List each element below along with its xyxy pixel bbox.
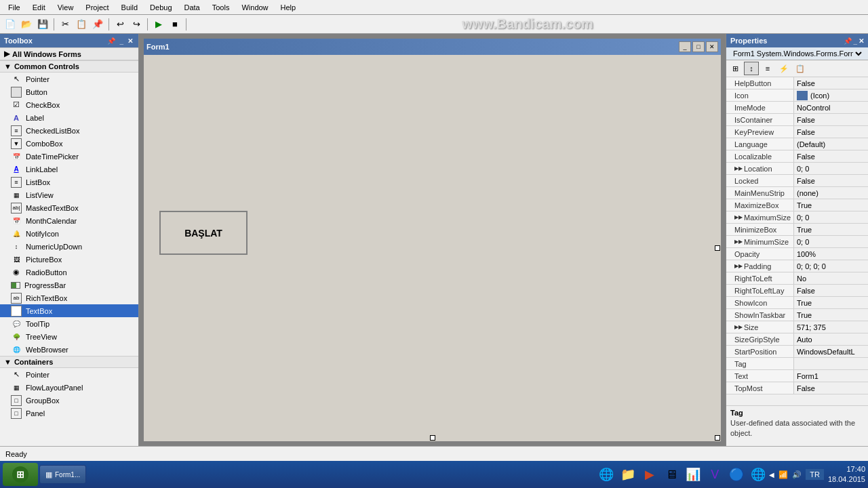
props-row[interactable]: KeyPreviewFalse	[726, 126, 868, 138]
taskbar-vs2-icon[interactable]: V	[705, 465, 724, 484]
form-maximize-btn[interactable]: □	[692, 41, 705, 52]
props-row[interactable]: RightToLeftLayFalse	[726, 285, 868, 297]
toolbox-item-numericupdown[interactable]: ↕ NumericUpDown	[0, 240, 138, 253]
menu-window[interactable]: Window	[236, 2, 273, 13]
toolbar-cut[interactable]: ✂	[58, 17, 73, 32]
props-row[interactable]: ▶ MaximumSize0; 0	[726, 211, 868, 224]
toolbar-save[interactable]: 💾	[35, 17, 50, 32]
toolbox-section-containers[interactable]: ▼ Containers	[0, 356, 138, 368]
menu-help[interactable]: Help	[275, 2, 302, 13]
props-row[interactable]: ▶ MinimumSize0; 0	[726, 236, 868, 248]
toolbar-paste[interactable]: 📌	[90, 17, 105, 32]
form-close-btn[interactable]: ✕	[706, 41, 718, 52]
toolbox-minimize-btn[interactable]: _	[118, 37, 125, 45]
toolbox-item-maskedtextbox[interactable]: ab| MaskedTextBox	[0, 201, 138, 214]
props-sort-category-btn[interactable]: ⊞	[728, 62, 743, 75]
menu-project[interactable]: Project	[80, 2, 114, 13]
toolbar-redo[interactable]: ↪	[129, 17, 144, 32]
props-row[interactable]: LocalizableFalse	[726, 150, 868, 163]
resize-handle-right[interactable]	[715, 245, 720, 251]
props-properties-btn[interactable]: ≡	[760, 62, 775, 75]
start-button[interactable]: ⊞	[3, 463, 38, 486]
toolbox-item-panel[interactable]: □ Panel	[0, 407, 138, 420]
toolbox-item-monthcalendar[interactable]: 📅 MonthCalendar	[0, 214, 138, 227]
props-row[interactable]: RightToLeftNo	[726, 272, 868, 285]
tray-clock[interactable]: 17:40 18.04.2015	[828, 464, 865, 485]
resize-handle-bottom[interactable]	[430, 435, 435, 441]
toolbox-item-textbox[interactable]: ab| TextBox	[0, 304, 138, 317]
toolbox-item-tooltip[interactable]: 💬 ToolTip	[0, 317, 138, 330]
props-row[interactable]: TopMostFalse	[726, 382, 868, 394]
form-baslat-button[interactable]: BAŞLAT	[159, 211, 248, 255]
menu-data[interactable]: Data	[179, 2, 205, 13]
props-row[interactable]: Icon(Icon)	[726, 89, 868, 102]
menu-tools[interactable]: Tools	[207, 2, 235, 13]
toolbar-run[interactable]: ▶	[151, 17, 166, 32]
taskbar-calc-icon[interactable]: 📊	[684, 465, 703, 484]
props-row[interactable]: Opacity100%	[726, 248, 868, 260]
menu-view[interactable]: View	[52, 2, 79, 13]
toolbox-item-notifyicon[interactable]: 🔔 NotifyIcon	[0, 227, 138, 240]
props-minimize-btn[interactable]: _	[853, 37, 857, 45]
toolbox-item-richtextbox[interactable]: ab RichTextBox	[0, 291, 138, 304]
toolbar-copy[interactable]: 📋	[74, 17, 89, 32]
toolbox-item-combobox[interactable]: ▼ ComboBox	[0, 137, 138, 150]
props-row[interactable]: MainMenuStrip(none)	[726, 187, 868, 199]
taskbar-folder-icon[interactable]: 📁	[618, 465, 637, 484]
toolbox-item-checkbox[interactable]: ☑ CheckBox	[0, 98, 138, 111]
toolbar-open[interactable]: 📂	[19, 17, 34, 32]
tray-arrow-icon[interactable]: ◀	[769, 471, 774, 479]
menu-build[interactable]: Build	[116, 2, 143, 13]
toolbox-item-checkedlistbox[interactable]: ≡ CheckedListBox	[0, 124, 138, 137]
props-row[interactable]: SizeGripStyleAuto	[726, 333, 868, 346]
toolbar-undo[interactable]: ↩	[113, 17, 127, 32]
toolbox-item-groupbox[interactable]: □ GroupBox	[0, 394, 138, 407]
props-row[interactable]: LockedFalse	[726, 175, 868, 187]
menu-edit[interactable]: Edit	[27, 2, 51, 13]
toolbox-item-linklabel[interactable]: A LinkLabel	[0, 163, 138, 176]
toolbox-item-treeview[interactable]: 🌳 TreeView	[0, 330, 138, 343]
props-row[interactable]: ▶ Padding0; 0; 0; 0	[726, 260, 868, 272]
props-row[interactable]: MinimizeBoxTrue	[726, 224, 868, 236]
taskbar-media-icon[interactable]: ▶	[640, 465, 659, 484]
props-row[interactable]: MaximizeBoxTrue	[726, 199, 868, 211]
toolbox-item-listbox[interactable]: ≡ ListBox	[0, 176, 138, 188]
props-sort-alpha-btn[interactable]: ↕	[744, 62, 759, 75]
toolbar-new[interactable]: 📄	[3, 17, 18, 32]
toolbox-item-progressbar[interactable]: ProgressBar	[0, 279, 138, 291]
toolbox-item-datetimepicker[interactable]: 📅 DateTimePicker	[0, 150, 138, 163]
taskbar-chrome-icon[interactable]: 🌐	[749, 465, 768, 484]
toolbar-stop[interactable]: ■	[167, 17, 182, 32]
props-row[interactable]: Tag	[726, 358, 868, 370]
props-close-btn[interactable]: ✕	[859, 37, 864, 45]
toolbox-item-webbrowser[interactable]: 🌐 WebBrowser	[0, 343, 138, 356]
props-favs-btn[interactable]: 📋	[793, 62, 808, 75]
props-row[interactable]: TextForm1	[726, 370, 868, 382]
toolbox-item-flowlayoutpanel[interactable]: ▦ FlowLayoutPanel	[0, 381, 138, 394]
props-row[interactable]: HelpButtonFalse	[726, 77, 868, 89]
toolbox-item-radiobutton[interactable]: ◉ RadioButton	[0, 266, 138, 279]
form-minimize-btn[interactable]: _	[679, 41, 691, 52]
toolbox-close-btn[interactable]: ✕	[126, 37, 134, 45]
props-row[interactable]: ▶ Size571; 375	[726, 321, 868, 333]
toolbox-item-pointer[interactable]: ↖ Pointer	[0, 73, 138, 85]
toolbox-pin-btn[interactable]: 📌	[106, 37, 117, 45]
form-content[interactable]: BAŞLAT	[144, 55, 721, 441]
taskbar-blue-icon[interactable]: 🔵	[727, 465, 746, 484]
tray-lang[interactable]: TR	[806, 469, 824, 480]
props-object-select[interactable]: Form1 System.Windows.Forms.Form	[730, 49, 864, 58]
menu-file[interactable]: File	[3, 2, 26, 13]
taskbar-monitor-icon[interactable]: 🖥	[662, 465, 681, 484]
taskbar-ie-icon[interactable]: 🌐	[597, 465, 616, 484]
props-row[interactable]: ▶ Location0; 0	[726, 163, 868, 175]
toolbox-item-label[interactable]: A Label	[0, 111, 138, 124]
resize-handle-br[interactable]	[715, 435, 720, 441]
toolbox-item-containers-pointer[interactable]: ↖ Pointer	[0, 368, 138, 381]
toolbox-item-button[interactable]: Button	[0, 85, 138, 98]
toolbox-section-commoncontrols[interactable]: ▼ Common Controls	[0, 60, 138, 73]
props-row[interactable]: ShowInTaskbarTrue	[726, 309, 868, 321]
toolbox-item-listview[interactable]: ▦ ListView	[0, 188, 138, 201]
props-pin-btn[interactable]: 📌	[844, 37, 852, 45]
tray-volume-icon[interactable]: 🔊	[792, 470, 802, 479]
props-row[interactable]: IsContainerFalse	[726, 114, 868, 126]
